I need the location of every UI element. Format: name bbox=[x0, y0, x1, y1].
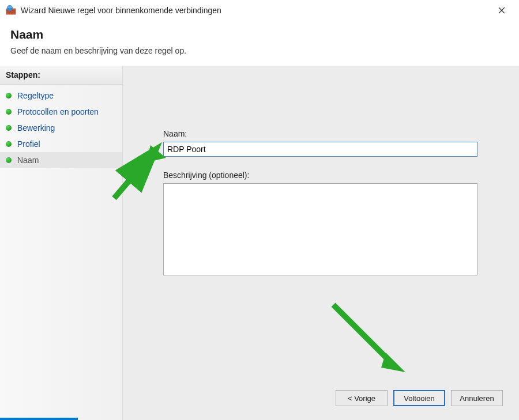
name-group: Naam: bbox=[163, 129, 484, 157]
svg-rect-5 bbox=[10, 10, 16, 12]
description-label: Beschrijving (optioneel): bbox=[163, 171, 484, 180]
wizard-header: Naam Geef de naam en beschrijving van de… bbox=[0, 21, 519, 66]
step-label: Protocollen en poorten bbox=[17, 107, 99, 116]
steps-sidebar: Stappen: Regeltype Protocollen en poorte… bbox=[0, 66, 123, 420]
page-title: Naam bbox=[10, 28, 509, 41]
form-area: Naam: Beschrijving (optioneel): bbox=[123, 66, 519, 277]
svg-line-15 bbox=[333, 305, 391, 362]
description-input[interactable] bbox=[163, 183, 477, 275]
name-label: Naam: bbox=[163, 129, 484, 138]
description-group: Beschrijving (optioneel): bbox=[163, 171, 484, 277]
step-label: Profiel bbox=[17, 139, 40, 149]
close-icon bbox=[498, 7, 505, 14]
steps-heading: Stappen: bbox=[0, 66, 122, 85]
checkmark-icon bbox=[6, 93, 12, 99]
finish-button[interactable]: Voltooien bbox=[393, 390, 445, 406]
checkmark-icon bbox=[6, 109, 12, 115]
svg-rect-3 bbox=[12, 9, 16, 10]
window-title: Wizard Nieuwe regel voor binnenkomende v… bbox=[21, 6, 490, 15]
step-profiel[interactable]: Profiel bbox=[0, 136, 122, 152]
checkmark-icon bbox=[6, 125, 12, 131]
step-label: Bewerking bbox=[17, 123, 55, 133]
svg-rect-8 bbox=[12, 12, 16, 14]
close-button[interactable] bbox=[490, 2, 513, 18]
step-label: Naam bbox=[17, 156, 39, 165]
checkmark-icon bbox=[6, 157, 12, 163]
wizard-buttons: < Vorige Voltooien Annuleren bbox=[336, 390, 503, 406]
svg-rect-7 bbox=[9, 12, 12, 14]
checkmark-icon bbox=[6, 141, 12, 147]
main-panel: Naam: Beschrijving (optioneel): bbox=[123, 66, 519, 420]
name-input[interactable] bbox=[163, 142, 477, 157]
wizard-window: Wizard Nieuwe regel voor binnenkomende v… bbox=[0, 0, 519, 420]
wizard-body: Stappen: Regeltype Protocollen en poorte… bbox=[0, 66, 519, 420]
cancel-button[interactable]: Annuleren bbox=[451, 390, 503, 406]
svg-marker-16 bbox=[381, 353, 405, 372]
firewall-icon bbox=[6, 5, 16, 16]
step-bewerking[interactable]: Bewerking bbox=[0, 120, 122, 136]
step-label: Regeltype bbox=[17, 91, 54, 100]
back-button[interactable]: < Vorige bbox=[336, 390, 388, 406]
annotation-arrow-icon bbox=[325, 296, 417, 388]
svg-rect-6 bbox=[6, 12, 9, 14]
titlebar: Wizard Nieuwe regel voor binnenkomende v… bbox=[0, 0, 519, 21]
page-subtitle: Geef de naam en beschrijving van deze re… bbox=[10, 46, 509, 55]
progress-indicator bbox=[0, 418, 78, 420]
step-naam[interactable]: Naam bbox=[0, 152, 122, 168]
step-regeltype[interactable]: Regeltype bbox=[0, 88, 122, 104]
step-protocollen[interactable]: Protocollen en poorten bbox=[0, 104, 122, 120]
steps-list: Regeltype Protocollen en poorten Bewerki… bbox=[0, 85, 122, 171]
